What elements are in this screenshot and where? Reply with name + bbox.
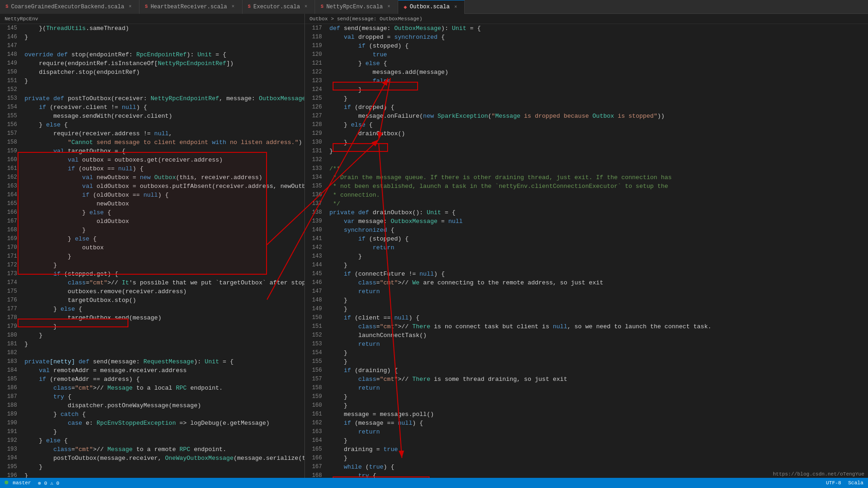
- line-number-169: 169: [0, 235, 17, 243]
- line-number-156: 156: [305, 366, 322, 375]
- line-number-180: 180: [0, 331, 17, 340]
- line-number-149: 149: [0, 59, 17, 68]
- tab-bar: S CoarseGrainedExecutorBackend.scala × S…: [0, 0, 868, 14]
- code-line-165: draining = true: [329, 445, 868, 454]
- scala-icon: S: [6, 4, 8, 9]
- code-line-150: dispatcher.stop(endpointRef): [24, 68, 304, 77]
- code-line-151: }: [24, 77, 304, 85]
- line-number-146: 146: [0, 33, 17, 42]
- line-number-152: 152: [305, 331, 322, 340]
- code-line-184: val remoteAddr = message.receiver.addres…: [24, 366, 304, 375]
- line-number-164: 164: [305, 436, 322, 445]
- code-line-190: case e: RpcEnvStoppedException => logDeb…: [24, 419, 304, 428]
- left-breadcrumb: NettyRpcEnv: [0, 14, 304, 24]
- tab-close-active-icon[interactable]: ×: [452, 4, 459, 10]
- tab-outbox[interactable]: ◆ Outbox.scala ×: [398, 0, 465, 14]
- code-line-161: message = messages.poll(): [329, 410, 868, 419]
- code-line-118: val dropped = synchronized {: [329, 33, 868, 42]
- tab-close-icon[interactable]: ×: [127, 4, 134, 10]
- code-line-122: messages.add(message): [329, 68, 868, 77]
- code-line-145: }(ThreadUtils.sameThread): [24, 24, 304, 33]
- code-line-161: if (outbox == null) {: [24, 164, 304, 173]
- tab-close-icon[interactable]: ×: [386, 4, 392, 10]
- code-line-174: class="cmt">// It's possible that we put…: [24, 278, 304, 287]
- code-line-170: outbox: [24, 243, 304, 252]
- code-line-149: }: [329, 305, 868, 313]
- line-number-188: 188: [0, 401, 17, 410]
- right-breadcrumb-text: Outbox > send(message: OutboxMessage): [310, 16, 422, 22]
- code-line-117: def send(message: OutboxMessage): Unit =…: [329, 24, 868, 33]
- right-panel: Outbox > send(message: OutboxMessage) 11…: [305, 14, 868, 488]
- line-number-153: 153: [305, 340, 322, 349]
- line-number-155: 155: [0, 112, 17, 120]
- line-number-175: 175: [0, 287, 17, 296]
- line-number-193: 193: [0, 445, 17, 454]
- code-line-195: }: [24, 463, 304, 471]
- scala-icon: S: [145, 4, 148, 9]
- line-number-171: 171: [0, 252, 17, 261]
- line-number-138: 138: [305, 208, 322, 217]
- tab-close-icon[interactable]: ×: [303, 4, 309, 10]
- line-number-163: 163: [305, 428, 322, 436]
- code-line-189: } catch {: [24, 410, 304, 419]
- git-indicator: [5, 481, 8, 484]
- left-code-content[interactable]: }(ThreadUtils.sameThread)}override def s…: [21, 24, 304, 488]
- line-number-126: 126: [305, 103, 322, 112]
- tab-label: Executor.scala: [254, 4, 300, 10]
- code-line-121: } else {: [329, 59, 868, 68]
- code-line-185: if (remoteAddr == address) {: [24, 375, 304, 384]
- code-line-173: if (stopped.get) {: [24, 270, 304, 278]
- tab-coarsegrained[interactable]: S CoarseGrainedExecutorBackend.scala ×: [0, 0, 140, 14]
- code-line-183: private[netty] def send(message: Request…: [24, 357, 304, 366]
- line-number-142: 142: [305, 243, 322, 252]
- line-number-117: 117: [305, 24, 322, 33]
- line-number-151: 151: [0, 77, 17, 85]
- line-number-167: 167: [305, 463, 322, 471]
- line-number-120: 120: [305, 50, 322, 59]
- code-line-147: [24, 42, 304, 50]
- line-number-145: 145: [0, 24, 17, 33]
- scala-icon-active: ◆: [404, 4, 407, 11]
- code-line-148: }: [329, 296, 868, 305]
- line-number-131: 131: [305, 147, 322, 156]
- line-number-164: 164: [0, 191, 17, 199]
- right-code-content[interactable]: def send(message: OutboxMessage): Unit =…: [326, 24, 868, 488]
- code-line-157: require(receiver.address != null,: [24, 129, 304, 138]
- line-number-172: 172: [0, 261, 17, 270]
- line-number-148: 148: [0, 50, 17, 59]
- code-line-160: val outbox = outboxes.get(receiver.addre…: [24, 156, 304, 164]
- line-number-137: 137: [305, 199, 322, 208]
- tab-close-icon[interactable]: ×: [230, 4, 237, 10]
- code-line-143: }: [329, 252, 868, 261]
- line-number-187: 187: [0, 392, 17, 401]
- code-line-129: drainOutbox(): [329, 129, 868, 138]
- line-number-118: 118: [305, 33, 322, 42]
- line-number-160: 160: [0, 156, 17, 164]
- url-bar: https://blog.csdn.net/oTengYue: [769, 470, 868, 478]
- status-right: UTF-8 Scala: [826, 480, 863, 486]
- tab-heartbeat[interactable]: S HeartbeatReceiver.scala ×: [140, 0, 243, 14]
- line-number-165: 165: [0, 199, 17, 208]
- line-number-189: 189: [0, 410, 17, 419]
- code-line-179: }: [24, 322, 304, 331]
- line-number-141: 141: [305, 235, 322, 243]
- code-line-127: message.onFailure(new SparkException("Me…: [329, 112, 868, 120]
- left-panel: NettyRpcEnv 1451461471481491501511521531…: [0, 14, 305, 488]
- code-line-188: dispatcher.postOneWayMessage(message): [24, 401, 304, 410]
- tab-label: CoarseGrainedExecutorBackend.scala: [11, 4, 124, 10]
- line-number-150: 150: [305, 313, 322, 322]
- line-number-192: 192: [0, 436, 17, 445]
- status-errors: ⊗ 0 ⚠ 0: [38, 480, 59, 486]
- line-number-176: 176: [0, 296, 17, 305]
- code-line-146: class="cmt">// We are connecting to the …: [329, 278, 868, 287]
- tab-nettyrpcenv[interactable]: S NettyRpcEnv.scala ×: [315, 0, 398, 14]
- line-number-184: 184: [0, 366, 17, 375]
- code-line-191: }: [24, 428, 304, 436]
- code-line-142: return: [329, 243, 868, 252]
- line-number-135: 135: [305, 182, 322, 191]
- line-number-165: 165: [305, 445, 322, 454]
- tab-executor[interactable]: S Executor.scala ×: [243, 0, 316, 14]
- line-number-148: 148: [305, 296, 322, 305]
- code-line-135: * not been established, launch a task in…: [329, 182, 868, 191]
- code-line-182: [24, 349, 304, 357]
